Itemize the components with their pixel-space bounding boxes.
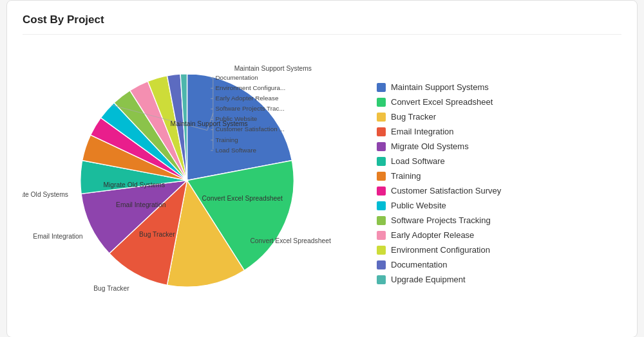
- legend-item: Environment Configuration: [377, 245, 621, 255]
- legend-item: Software Projects Tracking: [377, 215, 621, 225]
- legend-item: Convert Excel Spreadsheet: [377, 97, 621, 107]
- pie-outer-label: Training: [215, 136, 238, 143]
- legend-label: Early Adopter Release: [391, 230, 474, 240]
- legend-label: Upgrade Equipment: [391, 275, 466, 284]
- legend-label: Software Projects Tracking: [391, 215, 491, 225]
- pie-inline-label: Maintain Support Systems: [171, 120, 248, 127]
- legend-label: Load Software: [391, 156, 445, 166]
- pie-chart: DocumentationEnvironment Configura...Ear…: [23, 45, 357, 322]
- legend-label: Maintain Support Systems: [391, 82, 489, 92]
- pie-outer-label-ces: Convert Excel Spreadsheet: [250, 237, 330, 244]
- legend-color-swatch: [377, 83, 386, 92]
- chart-title: Cost By Project: [23, 14, 621, 35]
- legend-color-swatch: [377, 113, 386, 122]
- pie-inline-label: Migrate Old Systems: [103, 181, 165, 188]
- pie-outer-label: Environment Configura...: [215, 84, 285, 91]
- pie-outer-label: Load Software: [215, 147, 256, 154]
- legend-color-swatch: [377, 142, 386, 151]
- pie-outer-label-mss: Maintain Support Systems: [234, 65, 312, 72]
- legend-color-swatch: [377, 275, 386, 284]
- pie-inline-label: Convert Excel Spreadsheet: [202, 195, 282, 202]
- legend-color-swatch: [377, 260, 386, 269]
- legend-label: Training: [391, 171, 421, 181]
- cost-by-project-card: Cost By Project DocumentationEnvironment…: [6, 0, 638, 337]
- pie-outer-label: Documentation: [215, 74, 258, 81]
- legend-color-swatch: [377, 187, 386, 196]
- legend-color-swatch: [377, 127, 386, 136]
- legend-color-swatch: [377, 98, 386, 107]
- legend-label: Bug Tracker: [391, 112, 436, 122]
- pie-outer-label-ei: Email Integration: [33, 233, 83, 240]
- legend-item: Load Software: [377, 156, 621, 166]
- pie-outer-label-mos: Migrate Old Systems: [23, 191, 68, 198]
- pie-inline-label: Email Integration: [116, 201, 166, 208]
- legend-item: Bug Tracker: [377, 112, 621, 122]
- legend-item: Migrate Old Systems: [377, 141, 621, 151]
- pie-outer-label-bt: Bug Tracker: [93, 285, 129, 292]
- chart-legend: Maintain Support Systems Convert Excel S…: [357, 82, 621, 284]
- legend-color-swatch: [377, 246, 386, 255]
- legend-color-swatch: [377, 231, 386, 240]
- legend-color-swatch: [377, 201, 386, 210]
- legend-item: Upgrade Equipment: [377, 275, 621, 284]
- pie-outer-label: Early Adopter Release: [215, 95, 278, 102]
- legend-color-swatch: [377, 157, 386, 166]
- legend-item: Early Adopter Release: [377, 230, 621, 240]
- legend-label: Documentation: [391, 260, 447, 269]
- legend-color-swatch: [377, 172, 386, 181]
- legend-item: Email Integration: [377, 127, 621, 136]
- legend-label: Migrate Old Systems: [391, 141, 469, 151]
- legend-label: Email Integration: [391, 127, 454, 136]
- legend-item: Maintain Support Systems: [377, 82, 621, 92]
- legend-label: Customer Satisfaction Survey: [391, 186, 501, 196]
- pie-outer-label: Software Projects Trac...: [215, 105, 284, 112]
- legend-color-swatch: [377, 216, 386, 225]
- legend-label: Public Website: [391, 201, 446, 210]
- legend-label: Convert Excel Spreadsheet: [391, 97, 493, 107]
- pie-inline-label: Bug Tracker: [139, 231, 175, 238]
- legend-item: Public Website: [377, 201, 621, 210]
- legend-item: Documentation: [377, 260, 621, 269]
- legend-item: Training: [377, 171, 621, 181]
- legend-item: Customer Satisfaction Survey: [377, 186, 621, 196]
- legend-label: Environment Configuration: [391, 245, 490, 255]
- chart-area: DocumentationEnvironment Configura...Ear…: [23, 45, 621, 322]
